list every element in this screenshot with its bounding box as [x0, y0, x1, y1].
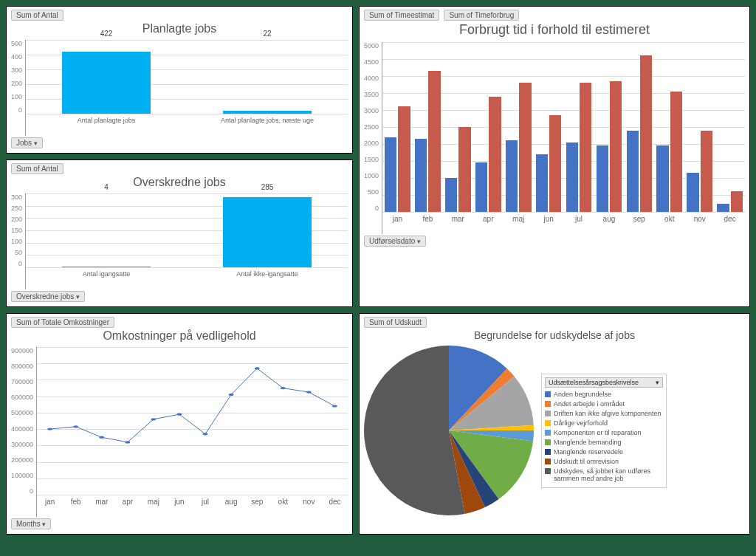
chart-title: Omkostninger på vedligehold: [11, 329, 348, 343]
bar-0: 4: [26, 193, 187, 267]
legend-label: Andet arbejde i området: [554, 400, 625, 408]
legend-row: Driften kan ikke afgive komponenten: [545, 410, 663, 417]
pie-chart-begrundelse: [364, 346, 534, 515]
x-label: jan: [382, 215, 413, 223]
x-label: mar: [89, 498, 114, 506]
x-label: okt: [654, 215, 684, 223]
bar-value: 422: [26, 30, 187, 38]
legend-swatch: [545, 439, 551, 445]
legend-swatch: [545, 468, 551, 474]
x-label: Antal igangsatte: [26, 270, 187, 278]
svg-point-10: [306, 391, 312, 394]
x-label: sep: [624, 215, 654, 223]
legend-swatch: [545, 459, 551, 464]
legend-swatch: [545, 420, 551, 426]
x-label: maj: [504, 215, 534, 223]
legend-label: Dårlige vejrforhold: [554, 419, 608, 427]
legend-label: Manglende bemanding: [554, 439, 622, 446]
group-jun: [534, 42, 564, 212]
legend-swatch: [545, 391, 551, 397]
legend-label: Driften kan ikke afgive komponenten: [554, 410, 662, 417]
chart-title: Begrundelse for udskydelse af jobs: [364, 329, 745, 341]
x-label: apr: [114, 498, 140, 506]
group-apr: [473, 42, 504, 212]
legend-row: Udskudt til omrevision: [545, 458, 663, 465]
x-label: jul: [564, 215, 594, 223]
legend-row: Udskydes, så jobbet kan udføres sammen m…: [545, 467, 663, 482]
x-label: feb: [413, 215, 443, 223]
svg-point-8: [255, 367, 260, 369]
x-label: jul: [193, 498, 219, 506]
legend-label: Anden begrundelse: [554, 391, 611, 398]
group-jul: [564, 42, 594, 212]
chart-title: Forbrugt tid i forhold til estimeret: [364, 22, 745, 38]
group-aug: [594, 42, 624, 212]
group-feb: [413, 42, 443, 212]
x-label: okt: [270, 498, 296, 506]
x-label: nov: [296, 498, 322, 506]
svg-point-11: [332, 405, 337, 407]
legend-label: Udskudt til omrevision: [554, 458, 619, 465]
grouped-bar-chart-forbrugt: 5000450040003500300025002000150010005000…: [364, 42, 745, 234]
line-chart-omkostninger: 9000008000007000006000005000004000003000…: [11, 347, 348, 517]
svg-point-1: [73, 425, 78, 428]
legend-row: Manglende bemanding: [545, 439, 663, 446]
x-label: dec: [322, 498, 348, 506]
legend-header-filter[interactable]: Udsættelsesårsagsbeskrivelse: [545, 377, 663, 388]
header-pill-sum-antal: Sum of Antal: [11, 10, 63, 21]
svg-point-9: [281, 387, 286, 389]
group-okt: [654, 42, 684, 212]
header-pill-totale-omkostninger: Sum of Totale Omkostninger: [11, 317, 114, 328]
bar-1: 285: [187, 193, 348, 267]
panel-planlagte-jobs: Sum of Antal Planlagte jobs 500400300200…: [6, 6, 353, 154]
group-mar: [443, 42, 473, 212]
dashboard-grid: Sum of Antal Planlagte jobs 500400300200…: [6, 6, 750, 535]
x-label: Antal ikke-igangsatte: [187, 270, 348, 278]
legend-row: Komponenten er til reparation: [545, 429, 663, 436]
group-jan: [382, 42, 413, 212]
legend-swatch: [545, 449, 551, 455]
x-label: apr: [473, 215, 504, 223]
bar-value: 4: [26, 183, 187, 191]
legend-label: Manglende reservedele: [554, 448, 623, 456]
legend-swatch: [545, 401, 551, 407]
bar-1: 22: [187, 40, 348, 114]
filter-months[interactable]: Months: [11, 518, 51, 529]
bar-chart-overskredne: 3002502001501005004285Antal igangsatteAn…: [11, 193, 348, 289]
legend-row: Andet arbejde i området: [545, 400, 663, 408]
x-label: jun: [166, 498, 192, 506]
group-dec: [715, 42, 745, 212]
filter-overskredne-jobs[interactable]: Overskredne jobs: [11, 291, 85, 302]
x-label: aug: [219, 498, 244, 506]
svg-point-6: [203, 433, 208, 435]
pie-legend: Udsættelsesårsagsbeskrivelse Anden begru…: [541, 374, 667, 488]
bar-0: 422: [26, 40, 187, 114]
bar-value: 22: [187, 30, 348, 38]
x-label: feb: [63, 498, 89, 506]
header-pill-sum-antal: Sum of Antal: [11, 163, 63, 174]
x-label: jan: [37, 498, 63, 506]
panel-forbrugt-tid: Sum of Timeestimat Sum of Timeforbrug Fo…: [359, 6, 750, 307]
legend-row: Anden begrundelse: [545, 391, 663, 398]
legend-label: Komponenten er til reparation: [554, 429, 642, 436]
bar-value: 285: [187, 183, 348, 191]
legend-row: Dårlige vejrforhold: [545, 419, 663, 427]
x-label: Antal planlagte jobs, næste uge: [187, 117, 348, 124]
svg-point-2: [99, 436, 104, 439]
legend-label: Udskydes, så jobbet kan udføres sammen m…: [554, 467, 663, 482]
x-label: dec: [715, 215, 745, 223]
x-label: jun: [534, 215, 564, 223]
svg-point-0: [47, 428, 52, 430]
header-pill-timeestimat: Sum of Timeestimat: [364, 10, 439, 21]
group-sep: [624, 42, 654, 212]
svg-point-5: [177, 413, 182, 416]
filter-jobs[interactable]: Jobs: [11, 137, 43, 148]
panel-begrundelse: Sum of Udskudt Begrundelse for udskydels…: [359, 313, 750, 535]
legend-swatch: [545, 430, 551, 436]
x-label: nov: [684, 215, 715, 223]
x-label: aug: [594, 215, 624, 223]
x-label: maj: [140, 498, 166, 506]
header-pill-udskudt: Sum of Udskudt: [364, 317, 427, 328]
filter-udforselsdato[interactable]: Udførselsdato: [364, 236, 426, 247]
x-label: Antal planlagte jobs: [26, 117, 187, 124]
